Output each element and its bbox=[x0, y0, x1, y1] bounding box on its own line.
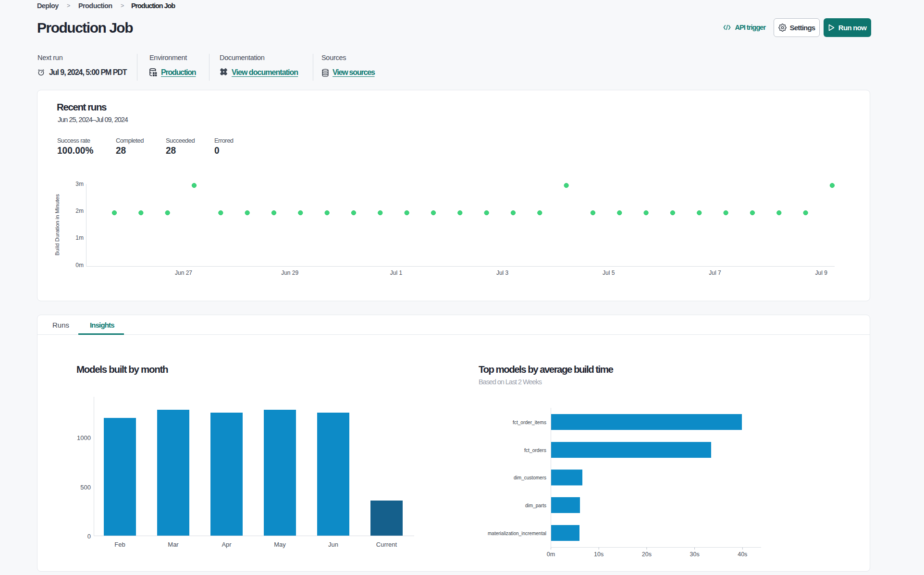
svg-text:20s: 20s bbox=[642, 551, 652, 558]
svg-text:May: May bbox=[274, 541, 286, 548]
svg-text:2m: 2m bbox=[75, 208, 84, 214]
svg-text:0m: 0m bbox=[75, 262, 84, 269]
svg-text:30s: 30s bbox=[690, 551, 700, 558]
svg-text:dim_customers: dim_customers bbox=[514, 475, 546, 480]
svg-text:Jul 9: Jul 9 bbox=[815, 269, 828, 276]
svg-text:10s: 10s bbox=[594, 551, 604, 558]
svg-text:Feb: Feb bbox=[114, 541, 125, 548]
svg-text:dim_parts: dim_parts bbox=[525, 502, 546, 508]
svg-text:Build Duration in Minutes: Build Duration in Minutes bbox=[54, 194, 60, 256]
svg-text:Jun 29: Jun 29 bbox=[281, 269, 298, 276]
svg-text:500: 500 bbox=[80, 484, 91, 491]
svg-text:1m: 1m bbox=[75, 234, 84, 241]
svg-text:0m: 0m bbox=[547, 551, 555, 558]
svg-text:Mar: Mar bbox=[168, 541, 179, 548]
svg-text:fct_orders: fct_orders bbox=[524, 447, 546, 453]
svg-text:Jul 7: Jul 7 bbox=[709, 269, 721, 276]
svg-text:Jun: Jun bbox=[328, 541, 338, 548]
svg-text:fct_order_items: fct_order_items bbox=[513, 419, 546, 425]
svg-text:Current: Current bbox=[376, 541, 397, 548]
svg-text:Jul 5: Jul 5 bbox=[603, 269, 615, 276]
svg-text:Apr: Apr bbox=[222, 541, 232, 548]
svg-text:Jul 1: Jul 1 bbox=[390, 269, 403, 276]
svg-text:3m: 3m bbox=[75, 181, 84, 187]
svg-text:materialization_incremental: materialization_incremental bbox=[488, 530, 546, 536]
svg-text:40s: 40s bbox=[738, 551, 747, 558]
svg-text:Jul 3: Jul 3 bbox=[496, 269, 509, 276]
svg-text:0: 0 bbox=[87, 533, 91, 540]
svg-text:1000: 1000 bbox=[77, 434, 91, 441]
svg-text:Jun 27: Jun 27 bbox=[175, 269, 192, 276]
